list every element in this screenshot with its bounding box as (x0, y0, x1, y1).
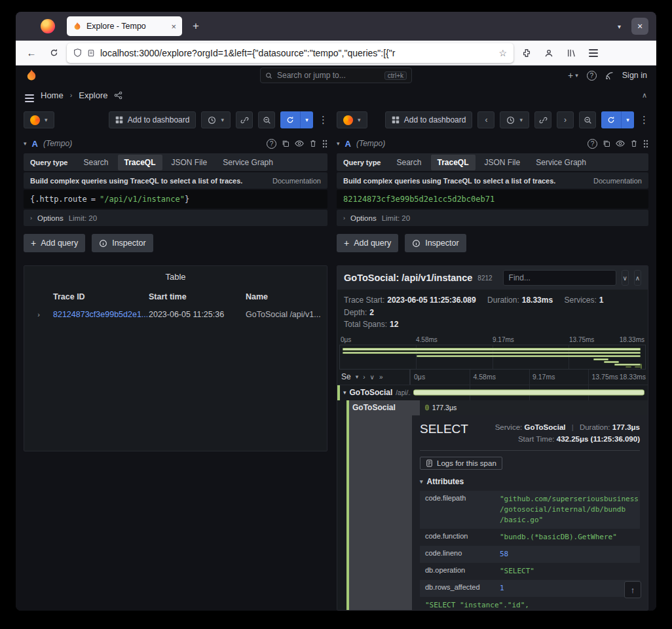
link-button[interactable] (236, 111, 253, 128)
service-operation-column-header[interactable]: Se ▾ › ∨ » (337, 370, 411, 385)
hide-query-icon[interactable] (295, 140, 304, 147)
run-interval-chevron-icon[interactable]: ▾ (300, 111, 313, 128)
copy-query-icon[interactable] (603, 140, 610, 147)
tab-close-icon[interactable]: × (171, 22, 176, 31)
span-timeline-cell[interactable]: 177.3μs (420, 400, 648, 415)
tab-search[interactable]: Search (77, 155, 115, 170)
time-shift-back-icon[interactable]: ‹ (477, 111, 495, 128)
span-row-selected[interactable]: GoToSocial 177.3μs (337, 400, 648, 415)
link-button[interactable] (534, 111, 551, 128)
hide-query-icon[interactable] (616, 140, 625, 147)
breadcrumb-home[interactable]: Home (41, 90, 64, 100)
run-query-button[interactable]: ▾ (601, 111, 634, 128)
span-name-cell[interactable]: ▾ GoToSocial /api/... (337, 385, 411, 400)
span-duration-bar[interactable] (413, 390, 644, 396)
attribute-row[interactable]: code.function "bundb.(*basicDB).GetWhere… (420, 529, 640, 546)
collapse-query-icon[interactable]: ▾ (24, 140, 27, 147)
tab-service-graph[interactable]: Service Graph (216, 155, 280, 170)
url-bar[interactable]: localhost:3000/explore?orgId=1&left={"da… (67, 43, 513, 63)
collapse-all-icon[interactable]: ∨ (370, 373, 375, 381)
query-help-icon[interactable]: ? (267, 139, 276, 149)
copy-query-icon[interactable] (282, 140, 289, 147)
grafana-logo-icon[interactable] (25, 69, 38, 82)
back-icon[interactable]: ← (22, 45, 41, 62)
time-range-picker[interactable]: ▾ (201, 111, 231, 128)
site-info-icon[interactable] (87, 49, 95, 57)
remove-query-icon[interactable] (309, 140, 317, 147)
collapse-header-icon[interactable]: ∧ (642, 91, 647, 100)
tab-json-file[interactable]: JSON File (478, 155, 527, 170)
table-row[interactable]: › 82124873cf3e99b5d2e1... 2023-06-05 11:… (24, 305, 327, 323)
span-row-root[interactable]: ▾ GoToSocial /api/... (337, 385, 648, 400)
inspector-button[interactable]: Inspector (92, 234, 153, 252)
expand-one-icon[interactable]: › (363, 373, 365, 381)
new-tab-button[interactable]: + (187, 20, 204, 33)
attribute-row[interactable]: code.lineno 58 (420, 546, 640, 563)
find-input[interactable] (503, 270, 616, 286)
span-timeline-cell[interactable] (411, 385, 648, 400)
drag-handle-icon[interactable] (322, 140, 327, 148)
menu-icon[interactable] (584, 45, 603, 62)
attribute-row[interactable]: db.operation "SELECT" (420, 563, 640, 580)
more-options-icon[interactable]: ⋮ (639, 114, 648, 126)
drag-handle-icon[interactable] (643, 140, 648, 148)
span-name-cell[interactable]: GoToSocial (346, 400, 420, 415)
help-icon[interactable]: ? (587, 71, 597, 81)
expand-row-icon[interactable]: › (37, 311, 40, 318)
tab-traceql[interactable]: TraceQL (431, 155, 476, 170)
extensions-icon[interactable] (517, 45, 536, 62)
query-options-row[interactable]: › Options Limit: 20 (337, 210, 648, 226)
reload-icon[interactable] (45, 45, 63, 62)
find-next-icon[interactable]: ∨ (622, 270, 629, 286)
account-icon[interactable] (540, 45, 558, 62)
zoom-out-button[interactable] (258, 111, 275, 128)
remove-query-icon[interactable] (630, 140, 638, 147)
run-interval-chevron-icon[interactable]: ▾ (621, 111, 634, 128)
add-query-button[interactable]: + Add query (24, 234, 85, 252)
collapse-query-icon[interactable]: ▾ (337, 140, 340, 147)
mega-menu-icon[interactable] (25, 88, 34, 102)
more-options-icon[interactable]: ⋮ (318, 114, 327, 126)
share-icon[interactable] (114, 91, 122, 100)
run-query-button[interactable]: ▾ (280, 111, 313, 128)
tab-json-file[interactable]: JSON File (165, 155, 214, 170)
tab-search[interactable]: Search (390, 155, 428, 170)
sign-in-button[interactable]: Sign in (622, 71, 647, 80)
traceql-query-input[interactable]: {.http.route="/api/v1/instance"} (24, 190, 327, 208)
library-icon[interactable] (562, 45, 580, 62)
search-input[interactable]: Search or jump to... ctrl+k (260, 67, 412, 83)
time-shift-forward-icon[interactable]: › (557, 111, 574, 128)
query-help-icon[interactable]: ? (588, 139, 597, 149)
scroll-to-top-button[interactable]: ↑ (624, 581, 641, 598)
trace-id-link[interactable]: 82124873cf3e99b5d2e1... (53, 310, 149, 319)
new-button[interactable]: +▾ (568, 70, 578, 81)
trace-minimap[interactable]: 0μs 4.58ms 9.17ms 13.75ms 18.33ms (337, 334, 648, 370)
time-range-picker[interactable]: ▾ (500, 111, 529, 128)
inspector-button[interactable]: Inspector (405, 234, 466, 252)
browser-tab[interactable]: Explore - Tempo × (67, 16, 182, 36)
query-options-row[interactable]: › Options Limit: 20 (24, 210, 327, 226)
collapse-span-icon[interactable]: ▾ (343, 389, 346, 396)
attribute-row[interactable]: db.rows_affected 1 (420, 580, 640, 597)
documentation-link[interactable]: Documentation (272, 177, 321, 185)
add-to-dashboard-button[interactable]: Add to dashboard (385, 111, 473, 128)
datasource-picker[interactable]: ▾ (337, 111, 367, 128)
firefox-icon[interactable] (41, 19, 55, 33)
tab-traceql[interactable]: TraceQL (118, 155, 162, 170)
zoom-out-button[interactable] (579, 111, 596, 128)
attributes-section-header[interactable]: ▾ Attributes (420, 477, 640, 486)
attribute-row[interactable]: code.filepath "github.com/superseriousbu… (420, 491, 640, 529)
list-tabs-icon[interactable]: ▾ (612, 23, 626, 30)
window-close-button[interactable]: × (631, 18, 648, 35)
tab-service-graph[interactable]: Service Graph (529, 155, 593, 170)
traceql-query-input[interactable]: 82124873cf3e99b5d2e1cc5d2bc0eb71 (337, 190, 648, 208)
add-to-dashboard-button[interactable]: Add to dashboard (109, 111, 196, 128)
news-icon[interactable] (605, 71, 614, 80)
find-prev-icon[interactable]: ∧ (634, 270, 641, 286)
span-duration-bar[interactable] (425, 405, 429, 411)
breadcrumb-current[interactable]: Explore (79, 90, 107, 100)
column-name[interactable]: Name (246, 292, 327, 301)
minimap-canvas[interactable] (339, 345, 646, 370)
documentation-link[interactable]: Documentation (593, 177, 642, 185)
attribute-row[interactable]: "SELECT "instance"."id", "instance"."cre… (420, 597, 640, 610)
